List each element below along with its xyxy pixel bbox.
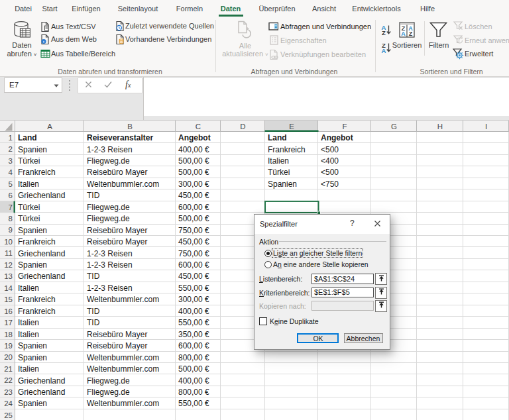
- svg-text:9: 9: [9, 226, 13, 234]
- svg-text:Angebot: Angebot: [321, 133, 353, 142]
- svg-text:17: 17: [4, 319, 13, 327]
- svg-text:500,00 €: 500,00 €: [178, 168, 209, 177]
- svg-text:Italien: Italien: [18, 364, 39, 374]
- svg-text:Land: Land: [268, 133, 287, 142]
- svg-text:1-2-3 Reisen: 1-2-3 Reisen: [87, 249, 133, 258]
- svg-text:20: 20: [4, 353, 13, 361]
- svg-text:TID: TID: [87, 307, 100, 316]
- svg-text:500,00 €: 500,00 €: [178, 156, 209, 166]
- svg-text:450,00 €: 450,00 €: [178, 272, 209, 281]
- svg-text:Z: Z: [382, 29, 386, 36]
- svg-text:I: I: [485, 123, 487, 131]
- svg-text:C: C: [196, 123, 201, 131]
- svg-text:10: 10: [4, 238, 13, 246]
- svg-text:Land: Land: [18, 133, 37, 142]
- svg-text:15: 15: [4, 295, 13, 303]
- svg-text:Weltenbummler.com: Weltenbummler.com: [87, 364, 159, 374]
- svg-text:Spanien: Spanien: [18, 260, 47, 270]
- svg-text:TID: TID: [87, 318, 100, 327]
- svg-text:14: 14: [4, 284, 13, 292]
- svg-text:E: E: [289, 123, 294, 131]
- svg-text:16: 16: [4, 307, 13, 315]
- svg-text:300,00 €: 300,00 €: [178, 295, 209, 304]
- svg-text:Reiseveranstalter: Reiseveranstalter: [87, 133, 153, 142]
- svg-text:1: 1: [9, 134, 13, 142]
- svg-text:TID: TID: [87, 191, 100, 200]
- svg-text:22: 22: [4, 376, 13, 384]
- svg-text:Z: Z: [409, 30, 413, 37]
- svg-text:Spanien: Spanien: [268, 180, 297, 189]
- svg-text:550,00 €: 550,00 €: [178, 318, 209, 327]
- svg-text:B: B: [127, 123, 133, 131]
- svg-text:2: 2: [9, 145, 13, 153]
- svg-text:Frankreich: Frankreich: [18, 168, 56, 177]
- svg-text:450,00 €: 450,00 €: [178, 191, 209, 200]
- svg-text:Italien: Italien: [18, 330, 39, 339]
- svg-text:Fliegweg.de: Fliegweg.de: [87, 203, 130, 212]
- svg-text:3: 3: [9, 157, 13, 165]
- svg-text:Türkei: Türkei: [18, 214, 40, 223]
- svg-text:Italien: Italien: [18, 318, 39, 327]
- svg-text:Italien: Italien: [268, 156, 289, 166]
- svg-text:1-2-3 Reisen: 1-2-3 Reisen: [87, 145, 133, 154]
- svg-text:13: 13: [4, 272, 13, 280]
- svg-text:TID: TID: [87, 272, 100, 281]
- svg-text:23: 23: [4, 388, 13, 396]
- svg-text:350,00 €: 350,00 €: [178, 330, 209, 339]
- svg-text:Reisebüro Mayer: Reisebüro Mayer: [87, 226, 147, 235]
- svg-text:750,00 €: 750,00 €: [178, 226, 209, 235]
- svg-text:21: 21: [4, 365, 13, 373]
- svg-text:Griechenland: Griechenland: [18, 249, 65, 258]
- svg-text:600,00 €: 600,00 €: [178, 341, 209, 350]
- svg-text:Fliegweg.de: Fliegweg.de: [87, 388, 130, 397]
- svg-text:<750: <750: [321, 180, 339, 189]
- svg-text:Weltenbummler.com: Weltenbummler.com: [87, 295, 159, 304]
- svg-text:8: 8: [9, 215, 13, 223]
- svg-text:500,00 €: 500,00 €: [178, 364, 209, 374]
- svg-text:Frankreich: Frankreich: [268, 145, 306, 154]
- svg-text:7: 7: [9, 203, 13, 211]
- svg-text:Griechenland: Griechenland: [18, 191, 65, 200]
- svg-text:<500: <500: [321, 168, 339, 177]
- svg-text:550,00 €: 550,00 €: [178, 399, 209, 408]
- svg-text:Fliegweg.de: Fliegweg.de: [87, 376, 130, 386]
- svg-text:Türkei: Türkei: [18, 203, 40, 212]
- svg-text:D: D: [240, 123, 245, 131]
- svg-text:Weltenbummler.com: Weltenbummler.com: [87, 180, 159, 189]
- svg-text:400,00 €: 400,00 €: [178, 145, 209, 154]
- svg-text:5: 5: [9, 180, 13, 188]
- svg-text:800,00 €: 800,00 €: [178, 353, 209, 362]
- svg-text:500,00 €: 500,00 €: [178, 214, 209, 223]
- svg-text:Weltenbummler.com: Weltenbummler.com: [87, 353, 159, 362]
- svg-text:Italien: Italien: [18, 180, 39, 189]
- svg-text:Griechenland: Griechenland: [18, 272, 65, 281]
- svg-text:Angebot: Angebot: [178, 133, 211, 142]
- svg-text:Frankreich: Frankreich: [18, 307, 56, 316]
- svg-text:25: 25: [4, 411, 13, 419]
- svg-text:600,00 €: 600,00 €: [178, 260, 209, 270]
- svg-text:800,00 €: 800,00 €: [178, 388, 209, 397]
- svg-text:Spanien: Spanien: [18, 226, 47, 235]
- svg-text:Fliegweg.de: Fliegweg.de: [87, 156, 130, 166]
- svg-text:Griechenland: Griechenland: [18, 388, 65, 397]
- svg-text:400,00 €: 400,00 €: [178, 376, 209, 386]
- svg-text:Spanien: Spanien: [18, 145, 47, 154]
- svg-text:F: F: [342, 123, 347, 131]
- svg-text:<400: <400: [321, 156, 339, 166]
- svg-text:12: 12: [4, 261, 13, 269]
- svg-text:Reisebüro Mayer: Reisebüro Mayer: [87, 168, 147, 177]
- svg-text:6: 6: [9, 191, 13, 199]
- svg-text:24: 24: [4, 399, 13, 407]
- svg-text:1-2-3 Reisen: 1-2-3 Reisen: [87, 260, 133, 270]
- svg-text:Spanien: Spanien: [18, 399, 47, 408]
- svg-text:Reisebüro Mayer: Reisebüro Mayer: [87, 341, 147, 350]
- svg-text:550,00 €: 550,00 €: [178, 284, 209, 293]
- svg-text:19: 19: [4, 342, 13, 350]
- svg-text:1-2-3 Reisen: 1-2-3 Reisen: [87, 284, 133, 293]
- svg-text:18: 18: [4, 331, 13, 339]
- svg-text:Italien: Italien: [18, 284, 39, 293]
- svg-text:Reisebüro Mayer: Reisebüro Mayer: [87, 330, 147, 339]
- svg-text:Griechenland: Griechenland: [18, 376, 65, 386]
- svg-text:Spanien: Spanien: [18, 353, 47, 362]
- svg-text:<500: <500: [321, 145, 339, 154]
